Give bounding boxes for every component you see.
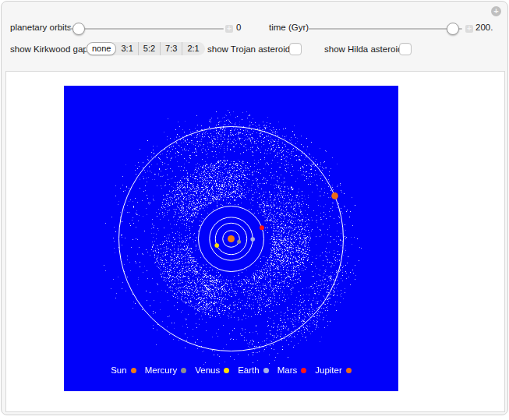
solar-system-plot: SunMercuryVenusEarthMarsJupiter (64, 86, 398, 391)
kirkwood-setter-bar: none3:15:27:32:1 (86, 42, 205, 55)
legend-item-earth: Earth (238, 365, 269, 375)
time-slider-thumb[interactable] (447, 23, 459, 35)
hilda-asteroids-label: show Hilda asteroids (324, 44, 407, 54)
legend-dot-icon (346, 368, 352, 373)
manipulate-panel: + planetary orbits + 0 time (Gyr) + 200.… (1, 1, 508, 415)
legend-label: Earth (238, 365, 260, 375)
time-stepper-icon[interactable]: + (465, 25, 473, 33)
legend-item-mercury: Mercury (145, 365, 187, 375)
time-slider[interactable] (308, 23, 462, 35)
legend-label: Sun (111, 365, 126, 375)
expander-plus-circle-icon[interactable]: + (491, 6, 501, 16)
planetary-orbits-stepper-icon[interactable]: + (225, 25, 233, 33)
kirkwood-option-7-3[interactable]: 7:3 (160, 42, 182, 55)
legend-item-mars: Mars (277, 365, 307, 375)
legend-label: Mars (277, 365, 298, 375)
legend-dot-icon (224, 368, 229, 373)
legend-item-sun: Sun (111, 365, 136, 375)
planet-legend: SunMercuryVenusEarthMarsJupiter (64, 365, 398, 375)
kirkwood-option-5-2[interactable]: 5:2 (138, 42, 160, 55)
kirkwood-option-2-1[interactable]: 2:1 (182, 42, 203, 55)
time-slider-track[interactable] (308, 28, 462, 30)
planetary-orbits-slider[interactable] (69, 23, 224, 35)
plot-frame: SunMercuryVenusEarthMarsJupiter (5, 71, 505, 412)
kirkwood-option-none[interactable]: none (87, 42, 116, 55)
legend-item-venus: Venus (195, 365, 229, 375)
planetary-orbits-slider-track[interactable] (69, 28, 224, 30)
kirkwood-option-3-1[interactable]: 3:1 (116, 42, 137, 55)
legend-dot-icon (263, 368, 269, 373)
legend-label: Venus (195, 365, 220, 375)
legend-dot-icon (301, 368, 306, 373)
time-value: 200. (475, 23, 493, 32)
planetary-orbits-value: 0 (236, 23, 241, 32)
time-label: time (Gyr) (269, 23, 309, 32)
planetary-orbits-slider-thumb[interactable] (72, 23, 85, 35)
solar-system-canvas (64, 86, 398, 391)
trojan-asteroids-label: show Trojan asteroids (207, 44, 295, 54)
trojan-asteroids-checkbox[interactable] (289, 43, 302, 55)
legend-item-jupiter: Jupiter (315, 365, 352, 375)
kirkwood-gaps-label: show Kirkwood gaps (10, 44, 92, 54)
legend-dot-icon (131, 368, 136, 373)
legend-label: Jupiter (315, 365, 342, 375)
hilda-asteroids-checkbox[interactable] (399, 43, 412, 55)
legend-label: Mercury (145, 365, 178, 375)
planetary-orbits-label: planetary orbits (10, 23, 72, 32)
legend-dot-icon (181, 368, 186, 373)
